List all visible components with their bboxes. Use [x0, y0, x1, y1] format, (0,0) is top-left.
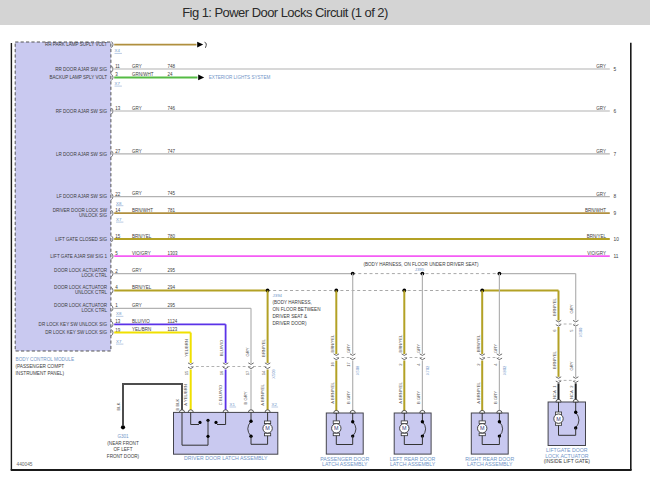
svg-text:X2: X2: [272, 402, 278, 407]
svg-text:X7: X7: [115, 81, 121, 86]
svg-text:5: 5: [614, 67, 617, 72]
svg-text:GRY: GRY: [416, 344, 421, 353]
svg-text:X7: X7: [116, 339, 122, 344]
svg-text:M: M: [265, 425, 270, 431]
svg-text:DOOR LOCK ACTUATOR: DOOR LOCK ACTUATOR: [54, 303, 108, 308]
svg-text:BRN/YEL: BRN/YEL: [476, 334, 481, 352]
svg-text:748: 748: [168, 64, 176, 69]
svg-text:GRY: GRY: [596, 106, 606, 111]
svg-text:EXTERIOR LIGHTS SYSTEM: EXTERIOR LIGHTS SYSTEM: [209, 75, 271, 80]
svg-text:11: 11: [614, 254, 619, 259]
svg-text:GRY: GRY: [493, 344, 498, 353]
svg-text:B BLK: B BLK: [175, 398, 180, 410]
svg-text:BLU/VIO: BLU/VIO: [219, 339, 224, 356]
svg-text:GRY: GRY: [596, 149, 606, 154]
svg-text:22: 22: [115, 192, 121, 197]
svg-text:LATCH ASSEMBLY: LATCH ASSEMBLY: [322, 461, 368, 467]
svg-text:LATCH ASSEMBLY: LATCH ASSEMBLY: [390, 461, 436, 467]
svg-text:J394: J394: [273, 293, 283, 298]
svg-text:GRY: GRY: [132, 149, 142, 154]
svg-text:BACKUP LAMP SPLY VOLT: BACKUP LAMP SPLY VOLT: [50, 75, 108, 80]
svg-text:A BRN/YEL: A BRN/YEL: [476, 382, 481, 404]
svg-text:GRY: GRY: [132, 106, 142, 111]
svg-text:X4: X4: [115, 48, 121, 53]
svg-text:BLK: BLK: [116, 402, 121, 410]
svg-text:A YEL/BRN: A YEL/BRN: [183, 384, 188, 405]
svg-text:440045: 440045: [17, 462, 33, 467]
svg-text:DR LOCK KEY SW UNLOCK SIG: DR LOCK KEY SW UNLOCK SIG: [39, 322, 108, 327]
svg-text:17: 17: [346, 362, 351, 367]
svg-text:X509: X509: [271, 368, 276, 378]
svg-text:X8: X8: [116, 201, 122, 206]
svg-text:VIO/GRY: VIO/GRY: [132, 251, 151, 256]
svg-text:B GRY: B GRY: [416, 391, 421, 404]
svg-text:8: 8: [614, 194, 617, 199]
svg-text:ON FLOOR BETWEEN: ON FLOOR BETWEEN: [273, 307, 321, 312]
svg-text:BRN/YEL: BRN/YEL: [552, 350, 557, 368]
svg-text:A BRN/YEL: A BRN/YEL: [330, 382, 335, 404]
svg-text:GRY: GRY: [245, 347, 250, 356]
svg-text:6: 6: [614, 109, 617, 114]
svg-text:295: 295: [168, 268, 176, 273]
svg-text:(NEAR FRONT: (NEAR FRONT: [107, 441, 139, 446]
svg-text:GRY: GRY: [569, 361, 574, 370]
svg-text:G301: G301: [117, 434, 129, 439]
svg-text:X8: X8: [116, 311, 122, 316]
svg-text:X1: X1: [230, 402, 236, 407]
svg-text:(PASSENGER COMPT: (PASSENGER COMPT: [16, 364, 65, 369]
svg-text:X7: X7: [116, 217, 122, 222]
svg-text:781: 781: [168, 208, 176, 213]
svg-text:GRY: GRY: [596, 192, 606, 197]
svg-text:(BODY HARNESS,: (BODY HARNESS,: [273, 300, 312, 305]
svg-text:NCA: NCA: [552, 390, 557, 399]
svg-text:15: 15: [184, 370, 189, 375]
svg-text:VIO/GRY: VIO/GRY: [587, 251, 606, 256]
svg-text:10: 10: [614, 237, 620, 242]
svg-text:DOOR LOCK ACTUATOR: DOOR LOCK ACTUATOR: [54, 285, 108, 290]
svg-text:UNLOCK CTRL: UNLOCK CTRL: [75, 290, 108, 295]
svg-text:295: 295: [168, 303, 176, 308]
svg-text:1124: 1124: [168, 319, 178, 324]
svg-text:745: 745: [168, 191, 176, 196]
svg-text:RH PARK LAMP SUPLY VOLT: RH PARK LAMP SUPLY VOLT: [45, 42, 107, 47]
svg-text:X508: X508: [355, 365, 360, 375]
svg-text:1303: 1303: [168, 251, 179, 256]
svg-text:BRN/WHT: BRN/WHT: [585, 208, 606, 213]
svg-text:DRIVER DOOR LATCH ASSEMBLY: DRIVER DOOR LATCH ASSEMBLY: [184, 455, 268, 461]
svg-text:LIFT GATE CLOSED SIG: LIFT GATE CLOSED SIG: [55, 237, 107, 242]
svg-text:BLU/VIO: BLU/VIO: [132, 319, 150, 324]
svg-text:BRN/YEL: BRN/YEL: [587, 234, 607, 239]
svg-text:14: 14: [261, 370, 266, 375]
svg-text:DR LOCK KEY SW LOCK SIG: DR LOCK KEY SW LOCK SIG: [45, 330, 107, 335]
svg-text:M: M: [402, 425, 407, 431]
svg-text:747: 747: [168, 149, 176, 154]
svg-text:16: 16: [219, 370, 224, 375]
svg-text:BRN/YEL: BRN/YEL: [552, 297, 557, 315]
svg-text:LF DOOR AJAR SW SIG: LF DOOR AJAR SW SIG: [56, 194, 107, 199]
svg-text:27: 27: [115, 149, 121, 154]
svg-text:RR DOOR AJAR SW SIG: RR DOOR AJAR SW SIG: [55, 67, 107, 72]
svg-text:X500: X500: [578, 327, 583, 337]
svg-text:B GRY: B GRY: [346, 391, 351, 404]
svg-text:GRY: GRY: [132, 303, 142, 308]
svg-text:LOCK CTRL: LOCK CTRL: [81, 308, 107, 313]
svg-text:RF DOOR AJAR SW SIG: RF DOOR AJAR SW SIG: [56, 109, 108, 114]
svg-text:NCA: NCA: [569, 390, 574, 399]
svg-text:UNLOCK SIG: UNLOCK SIG: [79, 213, 108, 218]
svg-text:M: M: [556, 416, 561, 422]
svg-text:DRIVER DOOR): DRIVER DOOR): [273, 321, 307, 326]
svg-text:GRY: GRY: [596, 64, 606, 69]
svg-text:X802: X802: [502, 365, 507, 375]
svg-text:BRN/YEL: BRN/YEL: [398, 334, 403, 352]
svg-text:X702: X702: [425, 365, 430, 375]
svg-text:B GRY: B GRY: [493, 391, 498, 404]
svg-text:13: 13: [115, 106, 121, 111]
svg-text:OF LEFT: OF LEFT: [114, 447, 133, 452]
svg-text:INSTRUMENT PANEL): INSTRUMENT PANEL): [16, 371, 65, 376]
svg-text:BRN/YEL: BRN/YEL: [330, 334, 335, 352]
svg-text:A BRN/YEL: A BRN/YEL: [260, 384, 265, 406]
svg-text:J395: J395: [415, 267, 425, 272]
svg-text:17: 17: [245, 370, 250, 375]
svg-text:(BODY HARNESS, ON FLOOR UNDER: (BODY HARNESS, ON FLOOR UNDER DRIVER SEA…: [363, 262, 479, 267]
svg-text:Fig 1: Power Door Locks Circui: Fig 1: Power Door Locks Circuit (1 of 2): [182, 5, 388, 20]
